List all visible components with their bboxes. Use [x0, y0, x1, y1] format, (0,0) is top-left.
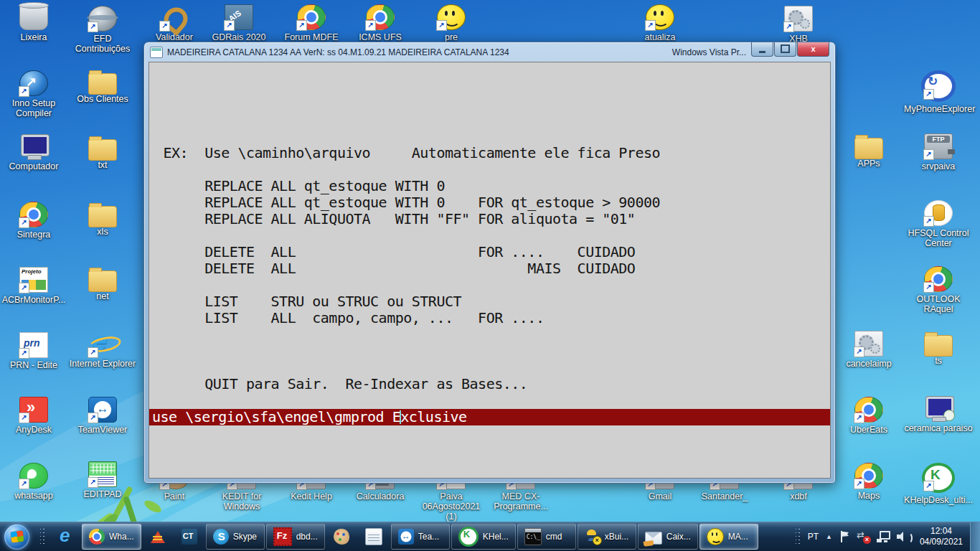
shortcut-arrow-icon: ↗ — [436, 20, 447, 31]
desktop-icon-srvpaiva[interactable]: ↗ srvpaiva — [904, 133, 973, 171]
taskbar-item-label: Tea... — [418, 532, 439, 542]
language-indicator[interactable]: PT — [808, 532, 819, 542]
desktop-icon-computador[interactable]: Computador — [0, 135, 68, 171]
desktop-icon-khelpdesk-ulti[interactable]: ↗ KHelpDesk_ulti... — [904, 463, 973, 505]
desktop-icon-xhb[interactable]: ↗ XHB — [764, 6, 833, 44]
desktop-icon-glyph: ↗ — [89, 332, 116, 357]
desktop-icon-label: xdbf — [764, 491, 833, 501]
taskbar-item-filezilla[interactable]: dbd... — [266, 524, 325, 550]
taskbar-item-icon — [707, 528, 724, 545]
desktop-icon-label: Maps — [834, 491, 903, 501]
desktop-icon-glyph: ↗ — [646, 4, 674, 30]
taskbar-item-khelpdesk[interactable]: KHel... — [451, 524, 516, 550]
desktop-icon-glyph: ↗ — [161, 6, 188, 30]
taskbar-item-madeireira[interactable]: MA... — [699, 524, 758, 550]
desktop-icon-label: MED CX- Programme... — [486, 491, 555, 512]
desktop-icon-net[interactable]: net — [68, 268, 137, 301]
desktop-icon-acbrmonitorp[interactable]: ↗ ACBrMonitorP... — [0, 267, 68, 305]
desktop-icon-whatsapp[interactable]: ↗ whatsapp — [0, 463, 68, 501]
desktop-icon-sintegra[interactable]: ↗ Sintegra — [0, 202, 68, 240]
taskbar-grip[interactable] — [795, 527, 801, 546]
volume-icon[interactable] — [897, 531, 910, 542]
desktop-icon-teamviewer[interactable]: ↗ TeamViewer — [68, 397, 137, 435]
close-button[interactable]: x — [797, 42, 829, 57]
taskbar-item-label: dbd... — [296, 532, 318, 542]
clock-time: 12:04 — [920, 526, 963, 537]
taskbar: Wha... Skype dbd... — [0, 522, 980, 551]
taskbar-item-label: Caix... — [666, 532, 691, 542]
desktop-icon-icms-ufs[interactable]: ↗ ICMS UFS — [346, 4, 415, 42]
clock[interactable]: 12:04 04/09/2021 — [917, 526, 966, 547]
shortcut-arrow-icon: ↗ — [923, 149, 934, 160]
window-title: MADEIREIRA CATALANA 1234 AA VerN: ss 04.… — [167, 47, 672, 57]
desktop-icon-atualiza[interactable]: ↗ atualiza — [626, 4, 694, 42]
taskbar-item-teamviewer[interactable]: Tea... — [391, 524, 450, 550]
desktop-icon-cancelaimp[interactable]: ↗ cancelaimp — [834, 331, 903, 369]
taskbar-item-triangle-app[interactable] — [143, 524, 173, 549]
desktop-icon-internet-explorer[interactable]: ↗ Internet Explorer — [68, 332, 137, 369]
show-desktop-button[interactable] — [970, 522, 980, 551]
desktop-icon-txt[interactable]: txt — [68, 136, 137, 170]
shortcut-arrow-icon: ↗ — [88, 477, 98, 488]
desktop-icon-glyph: ↗ — [784, 6, 813, 32]
action-center-flag-icon[interactable] — [839, 531, 849, 542]
taskbar-item-label: KHel... — [483, 532, 509, 542]
minimize-button[interactable] — [751, 42, 773, 57]
taskbar-item-label: cmd — [546, 532, 562, 542]
maximize-button[interactable] — [774, 42, 796, 57]
desktop-icon-validador[interactable]: ↗ Validador — [140, 6, 209, 42]
desktop-icon-label: UberEats — [834, 425, 903, 435]
shortcut-arrow-icon: ↗ — [645, 20, 656, 31]
show-hidden-icons-icon[interactable]: ▲ — [826, 533, 832, 540]
desktop-icon-label: Sintegra — [0, 230, 68, 240]
desktop-icon-xls[interactable]: xls — [68, 203, 137, 237]
desktop-icon-ubereats[interactable]: ↗ UberEats — [834, 397, 903, 435]
desktop-icon-glyph: ↗ — [19, 332, 48, 358]
console-output: EX: Use \caminho\arquivo Automaticamente… — [149, 62, 830, 392]
taskbar-item-icon — [57, 529, 73, 545]
desktop-icon-ts[interactable]: ts — [904, 332, 973, 366]
taskbar-item-skype[interactable]: Skype — [206, 524, 265, 550]
desktop-icon-hfsql-control-center[interactable]: ↗ HFSQL Control Center — [904, 200, 973, 248]
shortcut-arrow-icon: ↗ — [854, 479, 864, 489]
taskbar-item-notepad[interactable] — [358, 524, 390, 549]
desktop-icon-inno-setup-compiler[interactable]: ↗ Inno Setup Compiler — [0, 70, 68, 118]
shortcut-arrow-icon: ↗ — [923, 89, 934, 100]
taskbar-item-xbuilder[interactable]: xBui... — [578, 524, 636, 550]
desktop-icon-ceramica-paraiso[interactable]: ceramica paraiso — [904, 397, 973, 433]
shortcut-arrow-icon: ↗ — [19, 413, 29, 423]
sync-error-icon[interactable] — [857, 531, 870, 542]
command-text-after-cursor: xclusive — [400, 408, 466, 425]
desktop-icon-efd-contribuicoes[interactable]: ↗ EFD Contribuições — [68, 6, 137, 54]
desktop-icon-glyph: ↗ — [19, 202, 48, 227]
taskbar-item-caixa-mail[interactable]: Caix... — [638, 524, 698, 550]
shortcut-arrow-icon: ↗ — [854, 347, 864, 357]
network-icon[interactable] — [877, 531, 890, 542]
desktop-icon-forum-mdfe[interactable]: ↗ Forum MDFE — [277, 4, 346, 42]
taskbar-item-paint[interactable] — [326, 524, 357, 549]
command-input-line[interactable]: use \sergio\sfa\engel\gmprod Exclusive — [149, 409, 830, 425]
desktop-icon-gdrais-2020[interactable]: ↗ GDRais 2020 — [204, 4, 273, 42]
window-titlebar[interactable]: MADEIREIRA CATALANA 1234 AA VerN: ss 04.… — [144, 42, 835, 62]
desktop-icon-editpad[interactable]: ↗ EDITPAD — [68, 461, 137, 499]
start-button[interactable] — [4, 524, 29, 550]
desktop-icon-pre[interactable]: ↗ pre — [417, 4, 486, 42]
taskbar-item-ct-app[interactable] — [174, 524, 204, 549]
desktop-icon-myphoneexplorer[interactable]: ↗ MyPhoneExplorer — [904, 70, 973, 114]
taskbar-item-whatsapp-chrome[interactable]: Wha... — [82, 524, 141, 550]
desktop-icon-label: ts — [904, 356, 973, 366]
taskbar-item-icon — [524, 528, 542, 545]
desktop-icon-lixeira[interactable]: Lixeira — [0, 4, 68, 42]
desktop-icon-outlook-raquel[interactable]: ↗ OUTLOOK RAquel — [904, 266, 973, 314]
desktop-icon-maps[interactable]: ↗ Maps — [834, 463, 903, 501]
taskbar-item-cmd[interactable]: cmd — [517, 524, 576, 550]
desktop-icon-label: Gmail — [626, 491, 694, 501]
taskbar-grip[interactable] — [39, 527, 45, 546]
desktop-icon-label: AnyDesk — [0, 425, 68, 435]
shortcut-arrow-icon: ↗ — [854, 413, 864, 423]
desktop-icon-anydesk[interactable]: ↗ AnyDesk — [0, 397, 68, 435]
desktop-icon-obs-clientes[interactable]: Obs Clientes — [68, 70, 137, 104]
taskbar-item-internet-explorer[interactable] — [50, 524, 80, 549]
desktop-icon-prn-edite[interactable]: ↗ PRN - Edite — [0, 332, 68, 370]
desktop-icon-apps[interactable]: APPs — [834, 135, 903, 169]
